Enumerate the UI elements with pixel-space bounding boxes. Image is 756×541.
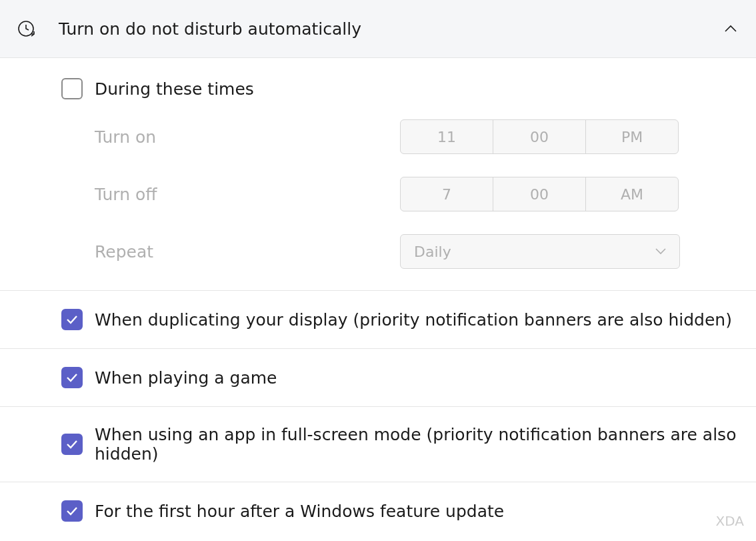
repeat-select[interactable]: Daily [400, 234, 680, 269]
repeat-value: Daily [414, 243, 451, 260]
option-label: When duplicating your display (priority … [95, 310, 732, 330]
during-times-section: During these times Turn on 11 00 PM Turn… [0, 58, 756, 291]
chevron-down-icon [655, 248, 666, 255]
header-title: Turn on do not disturb automatically [59, 19, 721, 39]
content-area: During these times Turn on 11 00 PM Turn… [0, 58, 756, 540]
option-checkbox-playing-game[interactable] [61, 367, 83, 388]
during-times-label: During these times [95, 79, 254, 99]
turn-on-minute-input[interactable]: 00 [493, 119, 586, 154]
turn-off-minute-input[interactable]: 00 [493, 177, 586, 211]
turn-on-label: Turn on [95, 127, 400, 147]
option-row-playing-game: When playing a game [0, 349, 756, 407]
option-row-fullscreen-app: When using an app in full-screen mode (p… [0, 407, 756, 482]
turn-off-period-input[interactable]: AM [585, 177, 679, 211]
repeat-label: Repeat [95, 242, 400, 261]
option-checkbox-duplicate-display[interactable] [61, 309, 83, 330]
clock-arrow-icon [16, 19, 36, 39]
option-label: When using an app in full-screen mode (p… [95, 425, 756, 464]
turn-on-hour-input[interactable]: 11 [400, 119, 493, 154]
turn-off-hour-input[interactable]: 7 [400, 177, 493, 211]
chevron-up-icon[interactable] [721, 19, 740, 38]
option-row-feature-update: For the first hour after a Windows featu… [0, 482, 756, 540]
option-checkbox-fullscreen-app[interactable] [61, 434, 83, 455]
option-label: When playing a game [95, 368, 277, 388]
turn-off-label: Turn off [95, 185, 400, 204]
option-label: For the first hour after a Windows featu… [95, 502, 504, 521]
turn-on-period-input[interactable]: PM [585, 119, 679, 154]
during-times-checkbox[interactable] [61, 78, 83, 99]
option-checkbox-feature-update[interactable] [61, 500, 83, 522]
option-row-duplicate-display: When duplicating your display (priority … [0, 291, 756, 349]
section-header[interactable]: Turn on do not disturb automatically [0, 0, 756, 58]
